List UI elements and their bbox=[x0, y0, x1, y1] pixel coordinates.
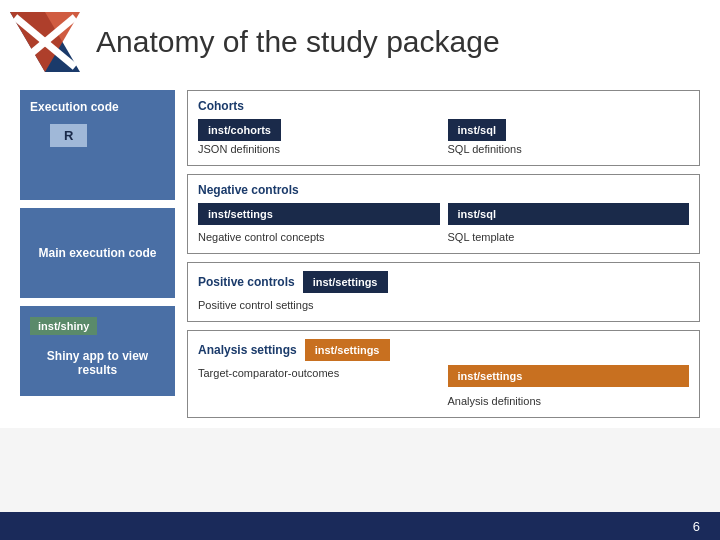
analysis-definitions-col: inst/settings Analysis definitions bbox=[448, 365, 690, 409]
left-column: Execution code R Main execution code ins… bbox=[20, 90, 175, 418]
shiny-badge: inst/shiny bbox=[30, 317, 97, 335]
inst-cohorts-badge: inst/cohorts bbox=[198, 119, 281, 141]
analysis-settings-section: Analysis settings inst/settings Target-c… bbox=[187, 330, 700, 418]
positive-inst-settings-badge: inst/settings bbox=[303, 271, 388, 293]
main-exec-box: Main execution code bbox=[20, 208, 175, 298]
outcomes-label: Target-comparator-outcomes bbox=[198, 365, 440, 381]
shiny-text: Shiny app to view results bbox=[30, 349, 165, 377]
r-badge: R bbox=[50, 124, 87, 147]
cohort-json-col: inst/cohorts JSON definitions bbox=[198, 119, 440, 157]
analysis-inner: Target-comparator-outcomes inst/settings… bbox=[198, 365, 689, 409]
execution-code-box: Execution code R bbox=[20, 90, 175, 200]
main-exec-label: Main execution code bbox=[30, 246, 165, 260]
analysis-definitions-label: Analysis definitions bbox=[448, 393, 690, 409]
analysis-inst-settings-badge1: inst/settings bbox=[305, 339, 390, 361]
header: Anatomy of the study package bbox=[0, 0, 720, 80]
analysis-inst-settings-badge2: inst/settings bbox=[448, 365, 690, 387]
negative-inst-settings-badge: inst/settings bbox=[198, 203, 440, 225]
right-column: Cohorts inst/cohorts JSON definitions in… bbox=[187, 90, 700, 418]
main-content: Execution code R Main execution code ins… bbox=[0, 80, 720, 428]
negative-concept-label: Negative control concepts bbox=[198, 229, 440, 245]
cohorts-inst-sql-badge: inst/sql bbox=[448, 119, 507, 141]
footer: 6 bbox=[0, 512, 720, 540]
negative-sql-col: inst/sql SQL template bbox=[448, 203, 690, 245]
negative-settings-col: inst/settings Negative control concepts bbox=[198, 203, 440, 245]
positive-controls-section: Positive controls inst/settings Positive… bbox=[187, 262, 700, 322]
cohorts-section-label: Cohorts bbox=[198, 99, 689, 113]
negative-inner: inst/settings Negative control concepts … bbox=[198, 203, 689, 245]
shiny-box: inst/shiny Shiny app to view results bbox=[20, 306, 175, 396]
sql-definitions-label: SQL definitions bbox=[448, 141, 690, 157]
cohorts-section: Cohorts inst/cohorts JSON definitions in… bbox=[187, 90, 700, 166]
positive-controls-label: Positive controls bbox=[198, 275, 295, 289]
cohorts-inner: inst/cohorts JSON definitions inst/sql S… bbox=[198, 119, 689, 157]
positive-settings-label: Positive control settings bbox=[198, 297, 689, 313]
logo bbox=[10, 12, 80, 72]
negative-inst-sql-badge: inst/sql bbox=[448, 203, 690, 225]
layout: Execution code R Main execution code ins… bbox=[20, 90, 700, 418]
analysis-outcomes-col: Target-comparator-outcomes bbox=[198, 365, 440, 409]
negative-controls-label: Negative controls bbox=[198, 183, 689, 197]
exec-code-title: Execution code bbox=[30, 100, 165, 114]
negative-controls-section: Negative controls inst/settings Negative… bbox=[187, 174, 700, 254]
page-title: Anatomy of the study package bbox=[96, 25, 500, 59]
page-number: 6 bbox=[693, 519, 700, 534]
negative-sql-label: SQL template bbox=[448, 229, 690, 245]
analysis-settings-label: Analysis settings bbox=[198, 343, 297, 357]
cohort-sql-col: inst/sql SQL definitions bbox=[448, 119, 690, 157]
json-label: JSON definitions bbox=[198, 141, 440, 157]
